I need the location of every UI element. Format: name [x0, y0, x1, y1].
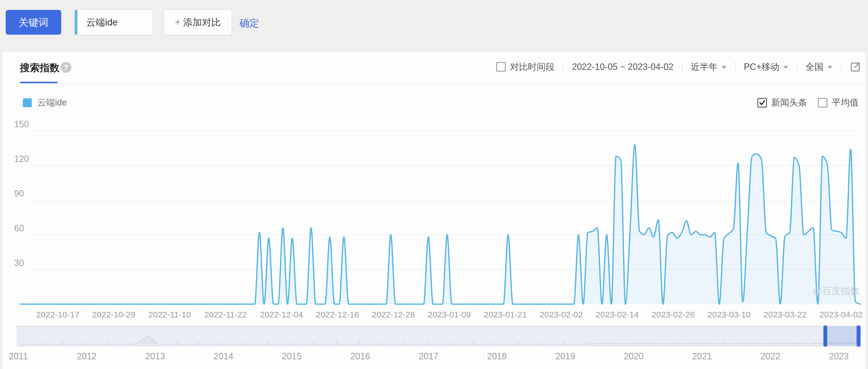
year-label: 2018 — [477, 351, 517, 362]
legend-item[interactable]: 云端ide — [23, 97, 67, 109]
y-axis-label: 120 — [14, 154, 29, 164]
x-axis-label: 2023-01-09 — [428, 310, 471, 319]
brush-handle-right[interactable] — [857, 326, 861, 347]
confirm-link[interactable]: 确定 — [240, 16, 259, 30]
date-range[interactable]: 2022-10-05 ~ 2023-04-02 — [572, 62, 674, 72]
x-axis-label: 2022-11-22 — [204, 310, 247, 319]
search-index-chart: 3060901201502022-10-172022-10-292022-11-… — [2, 109, 866, 327]
platform-dropdown[interactable]: PC+移动 — [744, 61, 788, 73]
platform-dropdown-value: PC+移动 — [744, 61, 779, 73]
brush-selection[interactable] — [828, 326, 857, 346]
year-label: 2015 — [272, 351, 312, 362]
header-divider — [20, 83, 866, 84]
year-label: 2014 — [204, 351, 243, 362]
legend-label: 云端ide — [37, 97, 67, 109]
year-label: 2021 — [682, 351, 722, 362]
x-axis-label: 2022-12-16 — [316, 310, 359, 319]
x-axis-label: 2022-12-28 — [372, 310, 415, 319]
keyword-color-indicator — [75, 10, 78, 35]
separator — [735, 61, 735, 72]
x-axis-label: 2023-04-02 — [819, 310, 863, 319]
compare-period-checkbox[interactable]: 对比时间段 — [496, 61, 555, 73]
panel-title: 搜索指数 — [20, 61, 60, 74]
year-label: 2012 — [67, 351, 106, 362]
export-icon[interactable] — [850, 61, 861, 73]
year-label: 2016 — [340, 351, 380, 362]
year-label: 2011 — [0, 351, 38, 362]
y-axis-label: 30 — [14, 258, 24, 268]
y-axis-label: 150 — [14, 119, 29, 129]
legend-swatch — [23, 98, 32, 107]
help-icon[interactable]: ? — [60, 62, 71, 73]
checkbox-checked-icon — [757, 98, 767, 107]
timeline-mini-chart — [17, 326, 860, 346]
news-headlines-checkbox[interactable]: 新闻头条 — [757, 97, 807, 109]
checkbox-unchecked-icon — [496, 62, 506, 72]
y-axis-label: 60 — [14, 223, 24, 233]
year-label: 2022 — [750, 351, 790, 362]
checkbox-unchecked-icon — [818, 98, 827, 107]
x-axis-label: 2023-01-21 — [484, 310, 527, 319]
separator — [682, 61, 682, 72]
year-label: 2017 — [409, 351, 448, 362]
x-axis-label: 2022-11-10 — [149, 310, 191, 319]
chevron-down-icon — [827, 66, 832, 69]
year-label: 2020 — [614, 351, 653, 362]
y-axis-label: 90 — [14, 189, 24, 199]
timeline-years: 2011201220132014201520162017201820192020… — [2, 351, 866, 362]
separator — [797, 61, 797, 72]
overlay-toggles: 新闻头条 平均值 — [757, 97, 859, 109]
compare-period-label: 对比时间段 — [510, 61, 555, 73]
x-axis-label: 2023-03-10 — [708, 310, 751, 319]
year-label: 2013 — [135, 351, 175, 362]
x-axis-label: 2022-10-29 — [92, 310, 135, 319]
add-compare-label: 添加对比 — [183, 17, 221, 28]
average-checkbox[interactable]: 平均值 — [818, 97, 859, 109]
separator — [841, 61, 841, 72]
chart-controls: 对比时间段 2022-10-05 ~ 2023-04-02 近半年 PC+移动 … — [496, 60, 861, 73]
chevron-down-icon — [783, 66, 788, 69]
x-axis-label: 2023-02-02 — [539, 310, 583, 319]
x-axis-label: 2022-12-04 — [260, 310, 303, 319]
news-headlines-label: 新闻头条 — [771, 97, 807, 109]
brush-sparkline-area — [19, 336, 860, 344]
x-axis-label: 2022-10-17 — [36, 310, 79, 319]
period-dropdown-value: 近半年 — [691, 61, 718, 73]
brush-handle-left[interactable] — [824, 326, 827, 347]
separator — [563, 61, 564, 72]
x-axis-label: 2023-03-22 — [764, 310, 807, 319]
average-label: 平均值 — [832, 97, 859, 109]
chevron-down-icon — [721, 66, 726, 69]
watermark: @百度指数 — [812, 285, 860, 297]
period-dropdown[interactable]: 近半年 — [691, 61, 726, 73]
add-compare-button[interactable]: +添加对比 — [163, 9, 232, 35]
keyword-button[interactable]: 关键词 — [6, 10, 61, 35]
plus-icon: + — [175, 16, 181, 28]
region-dropdown-value: 全国 — [806, 61, 824, 73]
year-label: 2023 — [819, 351, 859, 362]
x-axis-label: 2023-02-26 — [652, 310, 695, 319]
search-index-panel: 搜索指数 ? 对比时间段 2022-10-05 ~ 2023-04-02 近半年… — [2, 52, 866, 369]
x-axis-label: 2023-02-14 — [596, 310, 639, 319]
keyword-input-value: 云端ide — [86, 10, 118, 35]
keyword-input[interactable]: 云端ide — [74, 9, 153, 35]
timeline-brush[interactable] — [17, 326, 861, 346]
year-label: 2019 — [546, 351, 585, 362]
region-dropdown[interactable]: 全国 — [806, 61, 832, 73]
